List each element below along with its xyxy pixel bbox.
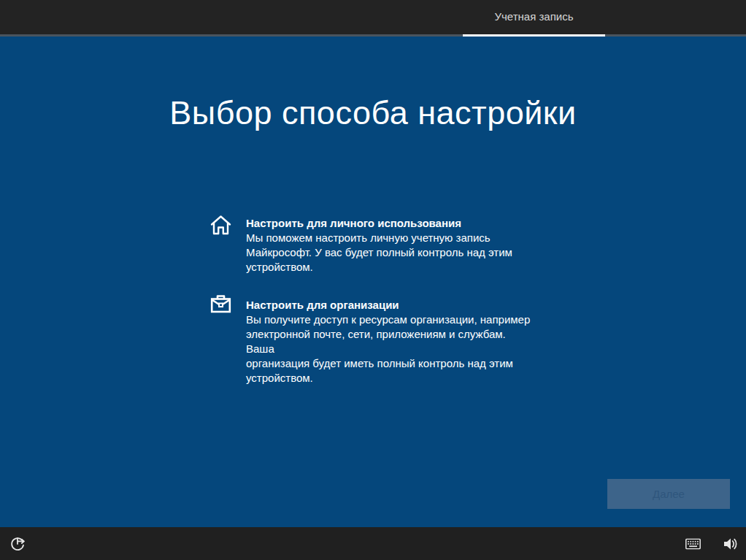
option-organization-title: Настроить для организации [246,298,531,312]
option-personal-use[interactable]: Настроить для личного использования Мы п… [209,216,531,275]
option-organization-description: Вы получите доступ к ресурсам организаци… [246,312,531,386]
bottom-bar [0,527,746,560]
keyboard-icon[interactable] [685,538,701,549]
volume-icon[interactable] [723,537,737,551]
tab-account[interactable]: Учетная запись [463,0,605,37]
briefcase-icon [209,298,232,315]
oobe-account-setup-screen: Учетная запись Выбор способа настройки Н… [0,0,746,560]
next-button[interactable]: Далее [607,479,730,509]
option-organization[interactable]: Настроить для организации Вы получите до… [209,298,531,386]
ease-of-access-icon[interactable] [9,536,26,552]
topbar-divider [0,34,746,37]
tab-account-label: Учетная запись [494,10,573,27]
option-personal-description: Мы поможем настроить личную учетную запи… [246,231,531,275]
option-personal-text: Настроить для личного использования Мы п… [246,216,531,275]
page-title: Выбор способа настройки [0,91,746,135]
home-icon [209,216,232,236]
top-bar: Учетная запись [0,0,746,37]
setup-options-list: Настроить для личного использования Мы п… [209,216,531,386]
option-organization-text: Настроить для организации Вы получите до… [246,298,531,386]
tab-active-underline [463,34,605,37]
option-personal-title: Настроить для личного использования [246,216,531,231]
